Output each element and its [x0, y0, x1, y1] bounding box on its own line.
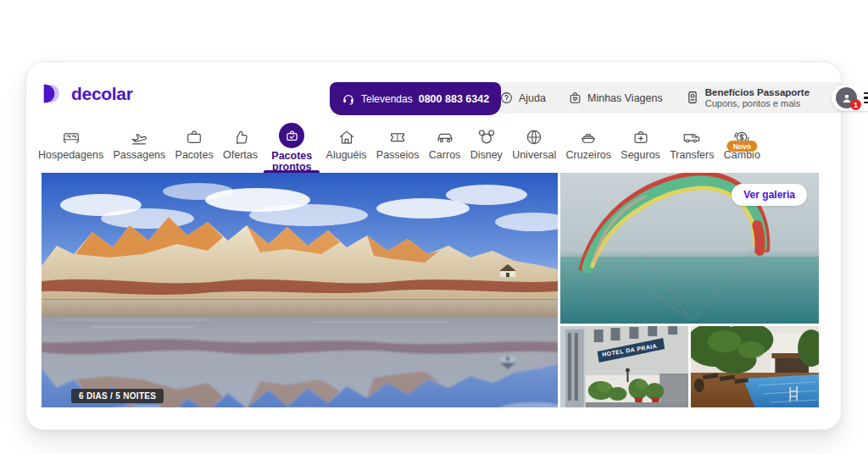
- ready-packages-icon: [279, 123, 304, 148]
- primary-nav: HospedagensPassagensPacotesOfertasPacote…: [38, 119, 760, 173]
- hotel-facade-photo[interactable]: HOTEL DA PRAIA: [560, 326, 688, 407]
- passport-icon: [685, 90, 700, 105]
- notification-badge: 1: [850, 99, 861, 110]
- nav-item-cruzeiros[interactable]: Cruzeiros: [566, 119, 612, 173]
- nav-item-label: Pacotes prontos: [267, 151, 316, 173]
- bed-icon: [62, 128, 81, 147]
- house-icon: [337, 128, 356, 147]
- avatar: 1: [836, 87, 857, 108]
- televendas-phone: 0800 883 6342: [419, 93, 489, 105]
- nav-item-disney[interactable]: Disney: [470, 119, 503, 173]
- nav-item-transfers[interactable]: Transfers: [670, 119, 714, 173]
- help-link[interactable]: Ajuda: [499, 91, 546, 105]
- shuttle-icon: [682, 128, 701, 147]
- nav-item-label: Hospedagens: [38, 150, 103, 161]
- account-menu-button[interactable]: 1: [832, 85, 868, 111]
- decolar-logo[interactable]: decolar: [42, 82, 133, 105]
- nav-item-label: Ofertas: [223, 150, 258, 161]
- televendas-label: Televendas: [361, 93, 413, 105]
- photo-gallery: 6 DIAS / 5 NOITES: [42, 173, 819, 407]
- nav-item-label: Aluguéis: [326, 150, 367, 161]
- nav-item-seguros[interactable]: Seguros: [620, 119, 660, 173]
- briefcase-icon: [185, 128, 203, 147]
- novo-badge: Novo: [727, 141, 757, 152]
- hotel-pool-photo[interactable]: [691, 326, 819, 407]
- nav-item-label: Transfers: [670, 150, 714, 161]
- nav-item-label: Disney: [470, 150, 503, 161]
- my-trips-label: Minhas Viagens: [587, 92, 663, 104]
- offers-hand-icon: [231, 128, 250, 147]
- nav-item-carros[interactable]: Carros: [429, 119, 461, 173]
- ticket-icon: [388, 128, 407, 147]
- nav-item-passeios[interactable]: Passeios: [376, 119, 420, 173]
- insurance-bag-icon: [632, 128, 650, 147]
- nav-item-label: Passagens: [113, 150, 165, 161]
- decolar-logo-text: decolar: [71, 84, 133, 104]
- help-icon: [499, 91, 514, 105]
- nav-item-pacotes-prontos[interactable]: Pacotes prontos: [267, 119, 316, 173]
- ver-galeria-button[interactable]: Ver galeria: [732, 184, 807, 206]
- my-trips-link[interactable]: Minhas Viagens: [568, 91, 663, 105]
- decolar-logo-icon: [42, 82, 64, 105]
- help-label: Ajuda: [519, 92, 546, 104]
- ship-icon: [579, 128, 598, 147]
- my-trips-icon: [568, 91, 582, 105]
- duration-badge: 6 DIAS / 5 NOITES: [71, 389, 164, 403]
- nav-item-ofertas[interactable]: Ofertas: [223, 119, 258, 173]
- hotel-pool-image: [691, 326, 819, 407]
- globe-icon: [525, 128, 543, 147]
- hotel-facade-image: HOTEL DA PRAIA: [560, 326, 688, 407]
- headset-icon: [342, 92, 355, 106]
- car-icon: [436, 128, 454, 147]
- nav-item-label: Cruzeiros: [566, 150, 612, 161]
- nav-item-cambio[interactable]: NovoCâmbio: [724, 119, 760, 173]
- beach-cliffs-image: [42, 173, 558, 407]
- nav-item-label: Carros: [429, 150, 461, 161]
- nav-item-pacotes[interactable]: Pacotes: [175, 119, 214, 173]
- plane-icon: [130, 128, 148, 147]
- nav-item-label: Passeios: [376, 150, 420, 161]
- benefits-title: Benefícios Passaporte: [705, 87, 810, 98]
- nav-item-universal[interactable]: Universal: [512, 119, 556, 173]
- nav-item-hospedagens[interactable]: Hospedagens: [38, 119, 103, 173]
- paragliding-photo[interactable]: Ver galeria: [560, 173, 819, 324]
- nav-item-label: Universal: [512, 150, 556, 161]
- hamburger-menu-icon: [864, 92, 868, 103]
- nav-item-passagens[interactable]: Passagens: [113, 119, 165, 173]
- benefits-subtitle: Cupons, pontos e mais: [705, 98, 810, 109]
- televendas-button[interactable]: Televendas 0800 883 6342: [330, 82, 501, 115]
- nav-item-label: Seguros: [620, 150, 660, 161]
- nav-item-alugueis[interactable]: Aluguéis: [326, 119, 367, 173]
- benefits-link[interactable]: Benefícios Passaporte Cupons, pontos e m…: [685, 87, 810, 109]
- destination-photo-main[interactable]: 6 DIAS / 5 NOITES: [42, 173, 558, 407]
- main-page-card: decolar Ajuda Minhas Viagens: [25, 61, 842, 430]
- mickey-icon: [477, 128, 496, 147]
- nav-item-label: Pacotes: [175, 150, 214, 161]
